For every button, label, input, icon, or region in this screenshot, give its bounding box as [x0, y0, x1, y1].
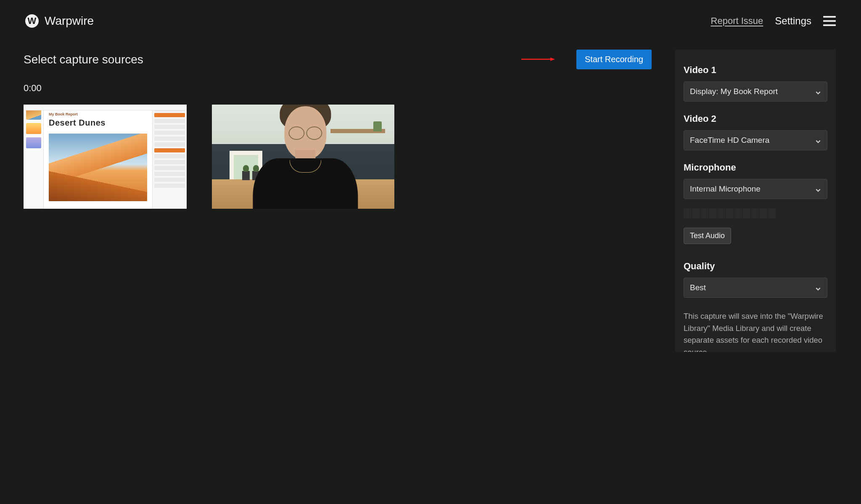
chevron-down-icon [815, 89, 821, 94]
video1-label: Video 1 [684, 65, 827, 76]
menu-icon[interactable] [823, 16, 836, 26]
microphone-value: Internal Microphone [690, 184, 761, 193]
chevron-down-icon [815, 137, 821, 143]
save-destination-note: This capture will save into the "Warpwir… [684, 310, 827, 352]
main-content: Select capture sources Start Recording 0… [0, 28, 861, 352]
page-title: Select capture sources [24, 53, 143, 66]
header-actions: Report Issue Settings [711, 15, 836, 27]
quality-label: Quality [684, 261, 827, 272]
slide-image [49, 134, 147, 201]
slide-canvas: My Book Report Desert Dunes [44, 105, 152, 209]
quality-select[interactable]: Best [684, 278, 827, 298]
keynote-inspector [152, 105, 187, 209]
screen-share-contents: My Book Report Desert Dunes [24, 105, 187, 209]
chevron-down-icon [815, 285, 821, 291]
video2-select[interactable]: FaceTime HD Camera [684, 130, 827, 150]
capture-preview-area: Select capture sources Start Recording 0… [24, 50, 652, 209]
microphone-select[interactable]: Internal Microphone [684, 179, 827, 199]
start-recording-button[interactable]: Start Recording [576, 50, 652, 69]
chevron-down-icon [815, 186, 821, 192]
video2-preview[interactable] [212, 105, 394, 209]
app-header: W Warpwire Report Issue Settings [0, 0, 861, 28]
video1-value: Display: My Book Report [690, 87, 778, 96]
report-issue-link[interactable]: Report Issue [711, 16, 763, 26]
brand: W Warpwire [25, 14, 94, 28]
webcam-scene [212, 105, 394, 209]
annotation-arrow-icon [504, 57, 572, 61]
slide-subtitle: My Book Report [49, 112, 147, 116]
capture-settings-panel: Video 1 Display: My Book Report Video 2 … [675, 50, 836, 352]
brand-name: Warpwire [45, 14, 94, 28]
video1-preview[interactable]: My Book Report Desert Dunes [24, 105, 187, 209]
test-audio-button[interactable]: Test Audio [684, 228, 731, 244]
video2-label: Video 2 [684, 113, 827, 124]
warpwire-logo-icon: W [25, 14, 39, 28]
settings-link[interactable]: Settings [775, 15, 811, 27]
video1-select[interactable]: Display: My Book Report [684, 81, 827, 102]
title-row: Select capture sources Start Recording [24, 50, 652, 69]
webcam-person [248, 116, 362, 209]
microphone-label: Microphone [684, 162, 827, 173]
svg-marker-1 [550, 58, 555, 61]
quality-value: Best [690, 283, 706, 292]
video2-value: FaceTime HD Camera [690, 136, 769, 144]
slide-thumbnails [24, 105, 44, 209]
slide-heading: Desert Dunes [49, 118, 147, 128]
preview-row: My Book Report Desert Dunes [24, 105, 652, 209]
audio-level-meter [684, 208, 777, 218]
recording-timer: 0:00 [24, 83, 652, 94]
